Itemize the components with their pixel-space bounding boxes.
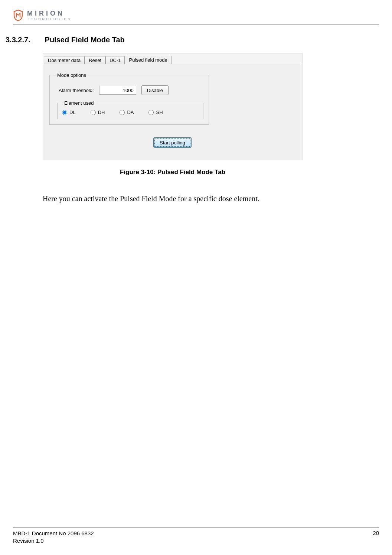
figure-caption: Figure 3-10: Pulsed Field Mode Tab (43, 169, 303, 176)
alarm-threshold-input[interactable] (99, 86, 136, 95)
body-paragraph: Here you can activate the Pulsed Field M… (43, 195, 379, 203)
footer-doc: MBD-1 Document No 2096 6832 (13, 530, 94, 537)
legend-element-used: Element used (63, 100, 95, 106)
row-alarm-threshold: Alarm threshold: Disable (59, 85, 203, 95)
radio-sh-input[interactable] (148, 110, 154, 115)
tabstrip: Dosimeter data Reset DC-1 Pulsed field m… (43, 53, 302, 64)
app-window: Dosimeter data Reset DC-1 Pulsed field m… (43, 53, 303, 160)
element-radio-row: DL DH DA SH (62, 110, 199, 115)
radio-da[interactable]: DA (120, 110, 134, 115)
tab-pulsed-field-mode[interactable]: Pulsed field mode (125, 56, 171, 64)
footer-page-number: 20 (373, 530, 379, 536)
radio-da-input[interactable] (120, 110, 125, 115)
radio-sh-label: SH (156, 110, 163, 115)
radio-dh-input[interactable] (91, 110, 96, 115)
logo-text: MIRION TECHNOLOGIES (27, 10, 72, 21)
tab-panel: Mode options Alarm threshold: Disable El… (43, 64, 302, 160)
section-heading: 3.3.2.7. Pulsed Field Mode Tab (6, 36, 379, 44)
logo-sub: TECHNOLOGIES (27, 17, 72, 21)
radio-dh-label: DH (98, 110, 105, 115)
mirion-logo-icon (13, 9, 23, 21)
footer-rev: Revision 1.0 (13, 537, 94, 545)
radio-dh[interactable]: DH (91, 110, 105, 115)
fieldset-element-used: Element used DL DH (57, 100, 203, 119)
page-header: MIRION TECHNOLOGIES (13, 9, 379, 25)
radio-dl-input[interactable] (62, 110, 67, 115)
tab-dc1[interactable]: DC-1 (105, 56, 125, 64)
footer-left: MBD-1 Document No 2096 6832 Revision 1.0 (13, 530, 94, 545)
section-number: 3.3.2.7. (6, 36, 43, 44)
section-title: Pulsed Field Mode Tab (45, 36, 125, 44)
radio-sh[interactable]: SH (148, 110, 163, 115)
tab-dosimeter-data[interactable]: Dosimeter data (44, 56, 85, 64)
radio-da-label: DA (127, 110, 134, 115)
logo-main: MIRION (27, 10, 72, 17)
tab-reset[interactable]: Reset (85, 56, 105, 64)
disable-button[interactable]: Disable (141, 85, 169, 95)
radio-dl[interactable]: DL (62, 110, 76, 115)
radio-dl-label: DL (69, 110, 76, 115)
page-footer: MBD-1 Document No 2096 6832 Revision 1.0… (13, 527, 379, 545)
polling-row: Start polling (49, 137, 295, 148)
label-alarm-threshold: Alarm threshold: (59, 88, 94, 93)
legend-mode-options: Mode options (56, 72, 88, 78)
fieldset-mode-options: Mode options Alarm threshold: Disable El… (49, 72, 209, 125)
start-polling-button[interactable]: Start polling (153, 137, 192, 148)
